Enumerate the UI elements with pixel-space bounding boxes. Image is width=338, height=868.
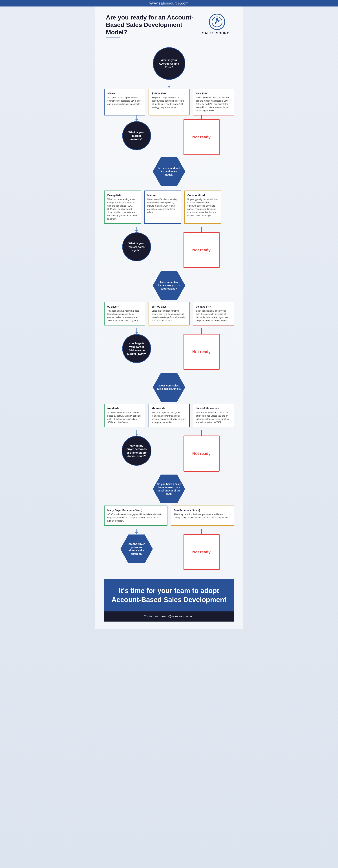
q9-row: Do you have a sales team focused on a sm… [104, 474, 234, 503]
tam-tens-text: This is where you cast a wide but purpos… [196, 411, 231, 424]
logo-circle [209, 14, 225, 30]
title-underline [106, 37, 121, 38]
asp-low-text: Unless you have a major land and expand … [196, 96, 231, 112]
q9-text: Do you have a sales team focused on a sm… [157, 483, 182, 496]
tam-thousands-box: Thousands With proper prioritization, AB… [148, 404, 190, 427]
notready-row-1: Not ready [183, 119, 219, 155]
q4-node: What is your typical sales cycle? [122, 232, 151, 261]
q2-notready-section: What is your market maturity? Not ready [104, 116, 234, 155]
q1-node: What is your Average Selling Price? [153, 47, 185, 80]
q3-row: Is there a land and expand sales model? [104, 157, 234, 186]
header-section: Are you ready for an Account-Based Sales… [104, 14, 234, 38]
mature-title: Mature [147, 194, 178, 197]
cycle-long-text: You need to have Account-Based Marketing… [107, 309, 142, 322]
q7-text: Does your sales cycle stall routinely? [157, 384, 182, 391]
q2-left-col: What is your market maturity? [104, 116, 169, 150]
website-url: www.salessource.com [149, 1, 189, 5]
logo-icon [212, 17, 223, 27]
q7-row: Does your sales cycle stall routinely? [104, 373, 234, 402]
tam-info-row: Hundreds A TAM in the hundreds is accoun… [104, 404, 234, 427]
q8-node: How many buyer personas or stakeholders … [122, 436, 151, 466]
top-bar: www.salessource.com [0, 0, 338, 6]
evang-title: Evangelistic [107, 194, 138, 197]
personas-info-row: Many Buyer Personas (3 or -) ABSD was in… [104, 505, 234, 526]
logo-area: SALES SOURCE [202, 14, 232, 35]
notready-4-col: Not ready [169, 430, 234, 472]
logo-name: SALES SOURCE [202, 31, 232, 35]
comm-box: Commoditized Buyers typically have a sol… [184, 190, 221, 224]
arrow-q1 [168, 86, 171, 88]
tam-hundreds-text: A TAM in the hundreds is account-based b… [107, 411, 142, 424]
q8-text: How many buyer personas or stakeholders … [126, 444, 147, 458]
page-root: www.salessource.com Are you ready for an… [0, 0, 338, 868]
q2-text: What is your market maturity? [126, 130, 147, 141]
footer-main-text: It's time for your team to adoptAccount-… [110, 586, 229, 604]
personas-many-box: Many Buyer Personas (3 or -) ABSD was in… [104, 505, 167, 526]
q6-text: How large is your Target Addressable Mar… [126, 342, 147, 355]
personas-few-title: Few Personas (3 or –) [174, 509, 231, 512]
asp-low-title: $0 – $20K [196, 92, 231, 95]
contact-label: Contact us: [144, 615, 159, 618]
c2 [201, 116, 202, 119]
asp-high-box: $50K+ Six figure deals support the unit … [104, 89, 145, 116]
main-content: Are you ready for an Account-Based Sales… [95, 6, 243, 629]
maturity-and-q4-section: Evangelistic When you are creating a new… [104, 187, 234, 224]
q4-col: What is your typical sales cycle? [104, 227, 169, 261]
cycle-long-box: 90 days + You need to have Account-Based… [104, 302, 145, 326]
q7-node: Does your sales cycle stall routinely? [153, 373, 185, 402]
personas-many-title: Many Buyer Personas (3 or -) [107, 509, 164, 512]
q6-notready-section: How large is your Target Addressable Mar… [104, 329, 234, 370]
q1-node-wrapper: What is your Average Selling Price? [153, 47, 185, 88]
cycle-short-text: Short transactional sales cycles lend th… [196, 309, 231, 322]
cycle-long-title: 90 days + [107, 305, 142, 308]
q3-node: Is there a land and expand sales model? [153, 157, 185, 186]
q5-row: Are competitive installs easy to rip and… [104, 271, 234, 300]
tam-tens-box: Tens of Thousands This is where you cast… [193, 404, 234, 427]
q3-left [104, 169, 147, 173]
cycle-mid-title: 30 – 90 days [152, 305, 187, 308]
q4-notready-section: What is your typical sales cycle? Not re… [104, 227, 234, 268]
q3-text: Is there a land and expand sales model? [157, 166, 182, 177]
q8-notready-section: How many buyer personas or stakeholders … [104, 430, 234, 472]
not-ready-3: Not ready [183, 334, 219, 370]
q9-node: Do you have a sales team focused on a sm… [153, 474, 185, 503]
asp-mid-text: Requires a higher volume of opportunitie… [152, 96, 187, 109]
q5-node: Are competitive installs easy to rip and… [153, 271, 185, 300]
asp-mid-title: $20K – $50K [152, 92, 187, 95]
tam-thousands-text: With proper prioritization, ABSD teams c… [152, 411, 187, 424]
tam-hundreds-box: Hundreds A TAM in the hundreds is accoun… [104, 404, 145, 427]
cycle-short-box: 30 days or > Short transactional sales c… [193, 302, 234, 326]
connector-q1-down [169, 81, 169, 86]
svg-point-1 [216, 18, 218, 20]
notready-5-col: Not ready [169, 529, 234, 570]
asp-high-title: $50K+ [107, 92, 142, 95]
asp-mid-box: $20K – $50K Requires a higher volume of … [148, 89, 190, 116]
cycle-mid-box: 30 – 90 days Sales cycles under 3 months… [148, 302, 190, 326]
asp-info-row: $50K+ Six figure deals support the unit … [104, 89, 234, 116]
evang-text: When you are creating a new category, tr… [107, 198, 138, 220]
maturity-section: Evangelistic When you are creating a new… [104, 190, 221, 224]
a1 [135, 119, 138, 121]
footer-contact: Contact us: team@salessource.com [104, 612, 234, 622]
notready-3-col: Not ready [169, 329, 234, 370]
personas-few-text: ABM may be a fit if the buyer personas a… [174, 513, 231, 519]
not-ready-1: Not ready [183, 119, 219, 155]
footer-cta: It's time for your team to adoptAccount-… [104, 579, 234, 612]
notready-2-col: Not ready [169, 227, 234, 268]
mature-text: High value offers become a key different… [147, 198, 178, 214]
not-ready-2: Not ready [183, 232, 219, 268]
maturity-info-row: Evangelistic When you are creating a new… [104, 190, 221, 224]
personas-many-text: ABSD was invented to engage multiple sta… [107, 513, 164, 523]
not-ready-4: Not ready [183, 436, 219, 472]
tam-thousands-title: Thousands [152, 407, 187, 410]
not-ready-5-text: Not ready [192, 550, 210, 554]
q10-col: Are the buyer personas dramatically diff… [104, 529, 169, 563]
q2-right-col: Not ready [169, 116, 234, 155]
q5-text: Are competitive installs easy to rip and… [157, 281, 182, 290]
not-ready-4-text: Not ready [192, 451, 210, 456]
q10-notready-section: Are the buyer personas dramatically diff… [104, 529, 234, 570]
q10-text: Are the buyer personas dramatically diff… [124, 542, 149, 556]
q8-col: How many buyer personas or stakeholders … [104, 430, 169, 466]
asp-low-box: $0 – $20K Unless you have a major land a… [193, 89, 234, 116]
page-title: Are you ready for an Account-Based Sales… [106, 14, 196, 36]
